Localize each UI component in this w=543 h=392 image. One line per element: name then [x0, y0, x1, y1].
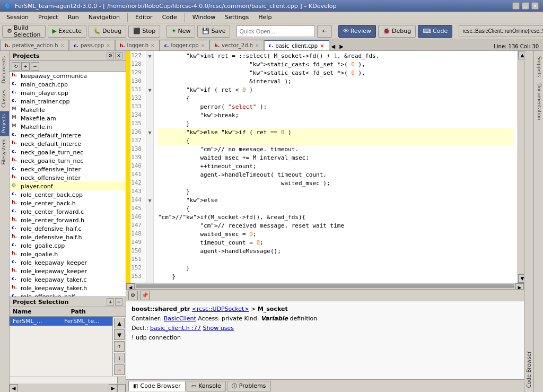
maximize-button[interactable]: □ [522, 2, 529, 10]
menu-navigation[interactable]: Navigation [84, 13, 124, 22]
menu-session[interactable]: Session [2, 13, 33, 22]
tree-item[interactable]: c.main_player.cpp [10, 89, 126, 97]
menu-editor[interactable]: Editor [131, 13, 157, 22]
info-decl-link[interactable]: basic_client.h :77 [150, 325, 201, 332]
sidebar-item-classes[interactable]: Classes [0, 86, 9, 111]
tree-sync-btn[interactable]: ↻ [12, 62, 20, 71]
review-button[interactable]: 👁 Review [338, 25, 376, 38]
selection-nav-remove[interactable]: − [114, 364, 125, 375]
tree-item[interactable]: c.role_center_forward.c [10, 207, 126, 216]
tab-logger-h[interactable]: h. logger.h ✕ [115, 40, 160, 50]
fold-icon[interactable]: ▼ [146, 196, 153, 205]
tree-item[interactable]: c.neck_goalie_turn_nec [10, 148, 126, 156]
menu-project[interactable]: Project [34, 13, 63, 22]
tree-item[interactable]: c.role_offensive_half [10, 292, 126, 297]
tree-item[interactable]: c.neck_default_interce [10, 131, 126, 140]
menu-settings[interactable]: Settings [221, 13, 253, 22]
tree-item[interactable]: c.role_goalie.cpp [10, 241, 126, 250]
selection-nav-up[interactable]: ▲ [114, 318, 125, 328]
tree-item[interactable]: h.role_keepaway_keeper [10, 267, 126, 275]
code-editor[interactable]: "kw">int ret = ::select( M_socket->fd() … [154, 51, 518, 283]
tree-item[interactable]: h.neck_goalie_turn_nec [10, 156, 126, 165]
tree-item[interactable]: c.main_coach.cpp [10, 80, 126, 89]
tree-item[interactable]: h.role_center_back.h [10, 199, 126, 207]
stop-button[interactable]: ⬛ Stop [128, 25, 160, 38]
sidebar-item-filesystem[interactable]: Filesystem [0, 136, 9, 168]
tab-close-0[interactable]: ✕ [60, 43, 65, 48]
minimize-button[interactable]: − [512, 2, 520, 10]
tree-item[interactable]: h.keepaway_communica [10, 72, 126, 80]
tab-close-4[interactable]: ✕ [255, 43, 259, 48]
close-button[interactable]: ✕ [531, 2, 539, 10]
new-button[interactable]: ✦ New [167, 25, 195, 38]
selection-nav-up2[interactable]: ↑ [114, 341, 125, 352]
tree-expand-btn[interactable]: + [21, 62, 30, 71]
scroll-down[interactable]: ▼ [518, 274, 524, 283]
editor-scrollbar-h[interactable]: ◀ ▶ [126, 283, 524, 289]
nav-back-button[interactable]: ← [317, 25, 331, 38]
sidebar-item-documents[interactable]: Documents [0, 53, 9, 86]
selection-nav-down[interactable]: ▼ [114, 329, 125, 340]
project-close-btn[interactable]: ✕ [115, 52, 122, 59]
info-container-link[interactable]: BasicClient [164, 315, 196, 322]
execute-button[interactable]: ▶ Execute [48, 25, 86, 38]
info-btn-2[interactable]: 📌 [140, 291, 150, 300]
selection-remove-btn[interactable]: − [115, 298, 122, 306]
tree-item[interactable]: c.role_defensive_half.c [10, 224, 126, 233]
sidebar-item-projects[interactable]: Projects [0, 111, 9, 136]
tree-item[interactable]: c.role_keepaway_keeper [10, 258, 126, 267]
info-type-link[interactable]: <rcsc::UDPSocket> [192, 306, 249, 312]
scroll-right[interactable]: ▶ [109, 384, 117, 392]
menu-code[interactable]: Code [158, 13, 181, 22]
menu-help[interactable]: Help [254, 13, 276, 22]
fold-icon[interactable]: ▼ [146, 128, 153, 137]
editor-scrollbar-v[interactable]: ▲ ▼ [518, 51, 524, 283]
bottom-tab-konsole[interactable]: ▭ Konsole [187, 381, 226, 391]
project-settings-btn[interactable]: ⚙ [107, 52, 114, 59]
fold-icon[interactable]: ▼ [146, 52, 153, 60]
info-show-uses[interactable]: Show uses [203, 325, 234, 332]
tree-item[interactable]: h.neck_offensive_inter [10, 173, 126, 182]
info-btn-1[interactable]: ⚙ [128, 291, 138, 300]
tab-basic-client[interactable]: c. basic_client.cpp ✕ [264, 40, 329, 50]
tree-item[interactable]: M Makefile.in [10, 123, 126, 131]
menu-window[interactable]: Window [188, 13, 220, 22]
tree-item[interactable]: c.neck_offensive_inter [10, 165, 126, 173]
menu-run[interactable]: Run [64, 13, 83, 22]
tree-item[interactable]: h.neck_default_interce [10, 140, 126, 148]
tree-item[interactable]: ⚙player.conf [10, 182, 126, 190]
tab-logger-cpp[interactable]: c. logger.cpp ✕ [160, 40, 210, 50]
tree-item[interactable]: M Makefile [10, 106, 126, 114]
quick-open-input[interactable] [237, 25, 315, 37]
location-dropdown[interactable]: rcsc::BasicClient::runOnline(rcsc::Socce… [459, 25, 543, 37]
save-button[interactable]: 💾 Save [197, 25, 230, 38]
bottom-tab-problems[interactable]: ⓘ Problems [227, 381, 271, 391]
tab-nav-left[interactable]: ◀ [329, 42, 338, 50]
tree-item[interactable]: h.role_defensive_half.h [10, 233, 126, 241]
scroll-up[interactable]: ▲ [518, 51, 524, 59]
tab-pass-cpp[interactable]: c. pass.cpp ✕ [69, 40, 115, 50]
selection-nav-down2[interactable]: ↓ [114, 353, 125, 363]
selection-add-btn[interactable]: + [107, 298, 114, 306]
scroll-left[interactable]: ◀ [10, 384, 18, 392]
tab-vector-2d[interactable]: h. vector_2d.h ✕ [209, 40, 264, 50]
tree-item[interactable]: h.role_keepaway_taker.h [10, 284, 126, 292]
fold-icon[interactable]: ▼ [146, 86, 153, 94]
debug-button[interactable]: 🐛 Debug [89, 25, 126, 38]
tree-item[interactable]: c.role_center_back.cpp [10, 190, 126, 199]
tree-item[interactable]: h.role_center_forward.h [10, 216, 126, 224]
build-selection-button[interactable]: ⚙ Build Selection [2, 25, 46, 38]
sidebar-snippets[interactable]: Snippets [534, 53, 543, 80]
tab-close-3[interactable]: ✕ [201, 43, 205, 48]
code-button[interactable]: ⌨ Code [418, 25, 452, 38]
tab-close-2[interactable]: ✕ [151, 43, 155, 48]
tree-collapse-btn[interactable]: − [31, 62, 39, 71]
tree-item[interactable]: c.main_trainer.cpp [10, 97, 126, 106]
tree-item[interactable]: M Makefile.am [10, 114, 126, 123]
debug2-button[interactable]: 🐞 Debug [378, 25, 416, 38]
tab-nav-right[interactable]: ▶ [337, 42, 346, 50]
project-tree[interactable]: h.keepaway_communicac.main_coach.cppc.ma… [10, 72, 126, 297]
tree-item[interactable]: h.role_goalie.h [10, 250, 126, 258]
tree-item[interactable]: c.role_keepaway_taker.c [10, 275, 126, 284]
selection-row[interactable]: FerSML_... FerSML_te... [10, 317, 112, 326]
